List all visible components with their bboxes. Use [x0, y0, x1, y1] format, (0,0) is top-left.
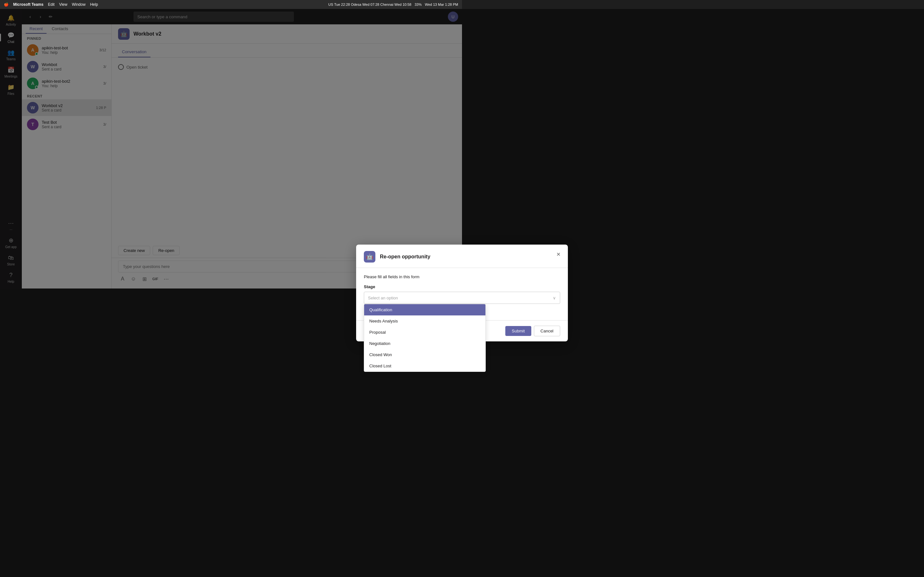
modal-description: Please fill all fields in this form	[364, 274, 462, 279]
mac-bar-right: US Tue 22:28 Odesa Wed 07:28 Chennai Wed…	[328, 3, 458, 6]
time-info: US Tue 22:28 Odesa Wed 07:28 Chennai Wed…	[328, 3, 411, 6]
menu-edit[interactable]: Edit	[48, 2, 55, 7]
menu-window[interactable]: Window	[72, 2, 86, 7]
mac-bar-left: 🍎 Microsoft Teams Edit View Window Help	[4, 2, 98, 7]
modal-title: Re-open opportunity	[380, 254, 430, 259]
mac-titlebar: 🍎 Microsoft Teams Edit View Window Help …	[0, 0, 462, 9]
modal-body: Please fill all fields in this form Stag…	[356, 268, 462, 288]
modal-overlay: 🤖 Re-open opportunity ✕ Please fill all …	[0, 9, 462, 288]
app-name: Microsoft Teams	[13, 2, 43, 7]
modal-header: 🤖 Re-open opportunity ✕	[356, 245, 462, 268]
datetime: Wed 13 Mar 1:28 PM	[425, 3, 458, 6]
apple-icon[interactable]: 🍎	[4, 2, 9, 7]
battery: 33%	[415, 3, 422, 6]
modal-icon: 🤖	[364, 251, 375, 263]
menu-view[interactable]: View	[59, 2, 67, 7]
menu-help[interactable]: Help	[90, 2, 98, 7]
stage-label: Stage	[364, 284, 462, 288]
modal-dialog: 🤖 Re-open opportunity ✕ Please fill all …	[356, 245, 462, 288]
